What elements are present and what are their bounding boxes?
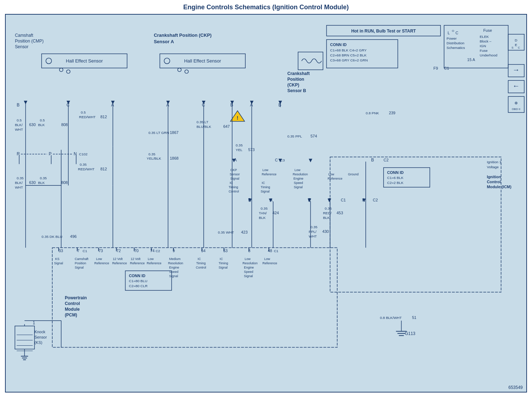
svg-text:BLK/: BLK/	[15, 181, 23, 185]
svg-text:Reference: Reference	[262, 172, 276, 176]
svg-text:B: B	[17, 102, 20, 108]
svg-text:BLK: BLK	[259, 216, 266, 220]
svg-text:630: 630	[29, 180, 36, 185]
svg-text:←: ←	[512, 82, 519, 90]
svg-text:C1=6 BLK: C1=6 BLK	[387, 176, 404, 180]
svg-text:9: 9	[173, 249, 175, 253]
svg-text:Low: Low	[328, 172, 334, 176]
svg-text:12 Volt: 12 Volt	[130, 257, 141, 261]
svg-text:IC: IC	[230, 181, 233, 185]
svg-text:Timing: Timing	[261, 185, 270, 189]
svg-text:0.35 LT GRN: 0.35 LT GRN	[148, 131, 169, 135]
svg-text:0.35 PPL: 0.35 PPL	[287, 134, 302, 138]
svg-text:Ignition 1: Ignition 1	[487, 160, 502, 164]
svg-text:453: 453	[336, 211, 343, 215]
svg-text:Power: Power	[447, 36, 457, 40]
svg-text:Low: Low	[264, 257, 270, 261]
schematic-wrapper: Hot in RUN, Bulb Test or START L O C Fus…	[5, 14, 527, 392]
svg-text:Ignition: Ignition	[487, 175, 501, 179]
svg-text:Low: Low	[295, 168, 301, 172]
schematic-svg: Hot in RUN, Bulb Test or START L O C Fus…	[6, 15, 526, 392]
svg-text:CKP: CKP	[230, 168, 237, 172]
svg-text:WHT: WHT	[15, 128, 23, 131]
svg-text:IC: IC	[198, 257, 201, 261]
svg-text:630: 630	[29, 122, 36, 127]
svg-text:S: S	[512, 46, 513, 49]
svg-text:70: 70	[134, 249, 138, 253]
svg-text:12 Volt: 12 Volt	[113, 257, 123, 261]
svg-text:Camshaft: Camshaft	[75, 257, 89, 261]
svg-text:BLK/: BLK/	[15, 123, 23, 127]
svg-text:Signal: Signal	[219, 266, 228, 269]
svg-text:812: 812	[100, 167, 107, 171]
svg-text:Reference: Reference	[262, 261, 277, 265]
svg-text:423: 423	[241, 230, 247, 234]
svg-text:574: 574	[311, 134, 317, 138]
svg-text:Low: Low	[245, 257, 251, 261]
svg-text:Position (CMP): Position (CMP)	[15, 39, 44, 44]
svg-text:239: 239	[389, 111, 395, 115]
svg-text:C2: C2	[384, 158, 389, 162]
svg-text:Speed: Speed	[244, 270, 253, 274]
svg-text:→: →	[512, 66, 519, 74]
svg-text:Crankshaft: Crankshaft	[287, 71, 310, 76]
svg-text:Reference: Reference	[94, 261, 109, 265]
svg-text:Resolution: Resolution	[168, 261, 183, 265]
svg-text:0.35: 0.35	[80, 162, 87, 166]
svg-text:E: E	[515, 43, 517, 47]
svg-text:Signal: Signal	[54, 261, 63, 265]
svg-text:Sensor B: Sensor B	[287, 88, 306, 93]
svg-text:Signal: Signal	[230, 177, 239, 180]
svg-text:C3=68 GRY  C6=2 GRN: C3=68 GRY C6=2 GRN	[330, 58, 368, 62]
svg-text:Powertrain: Powertrain	[65, 295, 87, 300]
svg-text:C1: C1	[274, 249, 279, 253]
main-container: Engine Controls Schematics (Ignition Con…	[0, 0, 532, 400]
svg-text:CONN ID: CONN ID	[330, 42, 346, 47]
svg-text:WHT: WHT	[309, 234, 317, 238]
svg-text:C1: C1	[444, 66, 449, 70]
svg-text:0.35 LT: 0.35 LT	[197, 120, 208, 124]
svg-text:0.5: 0.5	[17, 118, 22, 122]
svg-text:C: C	[275, 158, 278, 162]
svg-text:BLK: BLK	[38, 123, 45, 127]
svg-text:0.5: 0.5	[81, 110, 86, 114]
svg-text:L: L	[448, 31, 450, 35]
svg-text:WHT: WHT	[15, 185, 23, 189]
svg-text:Hall Effect Sensor: Hall Effect Sensor	[66, 58, 103, 64]
svg-text:Sensor: Sensor	[15, 44, 29, 49]
svg-text:YEL: YEL	[236, 148, 242, 152]
svg-text:C102: C102	[79, 152, 88, 156]
svg-text:!: !	[237, 115, 238, 121]
svg-text:Fuse: Fuse	[480, 49, 488, 52]
svg-text:⊕: ⊕	[514, 101, 518, 105]
svg-text:0.35: 0.35	[40, 176, 47, 180]
svg-text:C1=80 BLU: C1=80 BLU	[129, 279, 147, 283]
svg-text:BLK: BLK	[38, 181, 45, 185]
svg-text:Control: Control	[65, 301, 80, 306]
svg-text:0.35: 0.35	[236, 143, 243, 147]
svg-text:Resolution: Resolution	[242, 261, 257, 265]
svg-text:(PCM): (PCM)	[65, 312, 77, 318]
svg-text:Fuse: Fuse	[483, 28, 492, 32]
svg-text:Signal: Signal	[75, 266, 84, 269]
svg-text:Reference: Reference	[112, 261, 127, 265]
svg-text:Medium: Medium	[169, 257, 181, 261]
svg-text:Engine: Engine	[244, 266, 254, 269]
svg-text:0.35: 0.35	[325, 206, 332, 210]
svg-text:RED/WHT: RED/WHT	[79, 115, 95, 119]
svg-text:ELEK: ELEK	[480, 35, 489, 39]
svg-text:IGN: IGN	[480, 44, 486, 48]
svg-text:C2: C2	[373, 198, 378, 202]
svg-rect-0	[6, 15, 526, 392]
svg-text:Sensor: Sensor	[230, 172, 240, 176]
svg-text:Speed: Speed	[294, 181, 303, 185]
svg-text:CONN ID: CONN ID	[129, 274, 145, 278]
svg-text:IC: IC	[220, 257, 223, 261]
svg-text:15 A: 15 A	[467, 58, 476, 62]
svg-text:Block –: Block –	[480, 39, 492, 43]
svg-text:Engine: Engine	[169, 266, 179, 269]
svg-text:C1: C1	[83, 249, 87, 253]
svg-text:Timing: Timing	[228, 185, 238, 189]
svg-text:Reference: Reference	[147, 261, 161, 265]
svg-text:Signal: Signal	[169, 274, 178, 278]
